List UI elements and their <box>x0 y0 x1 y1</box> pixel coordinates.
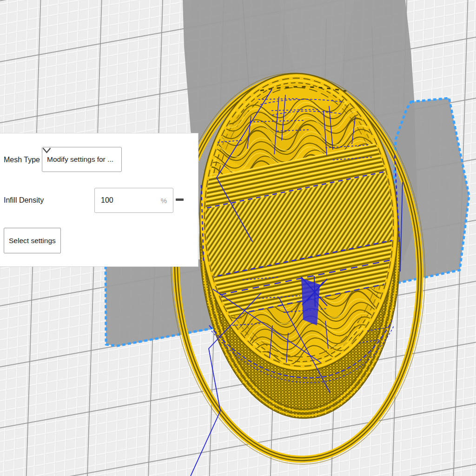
select-settings-button[interactable]: Select settings <box>4 228 61 253</box>
infill-density-field: % <box>94 188 173 213</box>
mesh-type-selected-value: Modify settings for ... <box>47 155 118 164</box>
mesh-type-dropdown[interactable]: Modify settings for ... <box>42 147 122 172</box>
infill-density-label: Infill Density <box>4 196 44 205</box>
per-model-settings-panel: Mesh Type Modify settings for ... Infill… <box>0 133 198 267</box>
remove-setting-icon[interactable] <box>176 198 184 201</box>
chevron-down-icon <box>42 147 51 153</box>
infill-density-input[interactable] <box>95 196 153 205</box>
mesh-type-label: Mesh Type <box>4 156 40 164</box>
infill-density-unit: % <box>161 197 167 205</box>
cura-preview-window: Mesh Type Modify settings for ... Infill… <box>0 0 476 476</box>
